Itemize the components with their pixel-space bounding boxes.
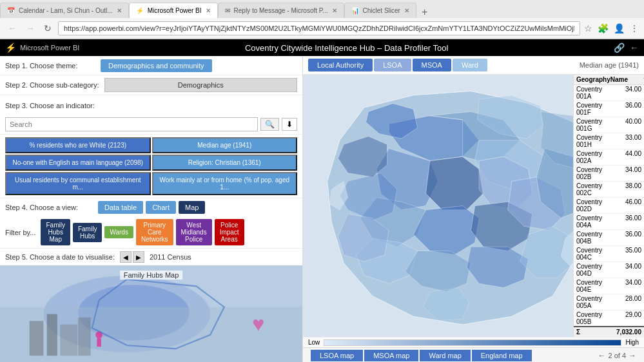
- left-map-preview[interactable]: Family Hubs Map: [0, 265, 302, 362]
- geo-tab-local-authority[interactable]: Local Authority: [308, 59, 373, 71]
- app-title-bar: ⚡ Microsoft Power BI Coventry Citywide I…: [0, 39, 644, 56]
- filter-funnel-button[interactable]: ⬇: [282, 118, 297, 131]
- big-map[interactable]: [303, 75, 573, 337]
- median-age-label: Median age (1941): [580, 61, 639, 69]
- tab-calendar[interactable]: 📅 Calendar - Lam, Si Chun - Outl... ✕: [0, 3, 129, 18]
- filter-police-impact[interactable]: PoliceImpactAreas: [215, 219, 244, 245]
- sum-symbol: Σ: [576, 329, 609, 336]
- indicator-communal[interactable]: Usual residents by communal establishmen…: [5, 172, 151, 195]
- sub-category-button[interactable]: Demographics: [104, 78, 297, 92]
- filter-label: Filter by...: [5, 229, 35, 236]
- geo-tab-lsoa[interactable]: LSOA: [374, 59, 411, 71]
- search-button[interactable]: 🔍: [260, 118, 279, 131]
- filter-west-midlands-police[interactable]: WestMidlandsPolice: [176, 219, 212, 245]
- chart-button[interactable]: Chart: [146, 201, 176, 214]
- bottom-map-buttons: LSOA map MSOA map Ward map England map: [311, 350, 532, 361]
- msoa-map-button[interactable]: MSOA map: [364, 350, 418, 361]
- filter-wards[interactable]: Wards: [104, 226, 133, 238]
- back-nav-icon[interactable]: ←: [630, 43, 639, 53]
- ward-map-button[interactable]: Ward map: [420, 350, 470, 361]
- table-row: Coventry 001F36.00: [574, 101, 644, 117]
- england-map-button[interactable]: England map: [472, 350, 532, 361]
- indicators-grid: % residents who are White (2123) Median …: [0, 135, 302, 198]
- date-prev-button[interactable]: ◀: [120, 251, 132, 263]
- page-prev-button[interactable]: ←: [598, 351, 605, 360]
- search-row: 🔍 ⬇: [0, 115, 302, 135]
- geo-tab-msoa[interactable]: MSOA: [413, 59, 451, 71]
- filter-family-hubs-map[interactable]: FamilyHubsMap: [41, 219, 70, 245]
- data-table-header: GeographyName value: [574, 75, 644, 85]
- indicator-white[interactable]: % residents who are White (2123): [5, 137, 151, 153]
- address-bar-row: ← → ↻ ☆ 🧩 👤 ⋮: [0, 18, 644, 39]
- geo-tab-ward[interactable]: Ward: [453, 59, 487, 71]
- page-nav: ← 2 of 4 →: [598, 351, 636, 360]
- indicator-work-home[interactable]: Work mainly at or from home (% of pop. a…: [152, 172, 298, 195]
- search-input[interactable]: [5, 117, 258, 131]
- back-button[interactable]: ←: [5, 22, 19, 35]
- new-tab-button[interactable]: +: [416, 6, 433, 18]
- table-row: Coventry 005B29.00: [574, 310, 644, 326]
- menu-icon[interactable]: ⋮: [630, 23, 639, 33]
- browser-icons: ☆ 🧩 👤 ⋮: [584, 23, 639, 33]
- close-tab-chiclet[interactable]: ✕: [404, 7, 409, 14]
- profile-icon[interactable]: 👤: [614, 23, 625, 33]
- indicator-religion[interactable]: Religion: Christian (1361): [152, 155, 298, 171]
- share-icon[interactable]: 🔗: [614, 43, 625, 53]
- map-button[interactable]: Map: [179, 201, 205, 214]
- date-next-button[interactable]: ▶: [133, 251, 144, 263]
- tab-reply[interactable]: ✉ Reply to Message - Microsoft P... ✕: [218, 3, 344, 18]
- close-tab-powerbi[interactable]: ✕: [206, 7, 211, 14]
- high-label: High: [625, 339, 639, 346]
- svg-rect-4: [30, 321, 44, 356]
- close-tab-reply[interactable]: ✕: [332, 7, 337, 14]
- step4-label: Step 4. Choose a view:: [5, 204, 95, 211]
- star-icon[interactable]: ☆: [584, 23, 592, 33]
- power-bi-logo: ⚡: [5, 43, 16, 53]
- browser-chrome: 📅 Calendar - Lam, Si Chun - Outl... ✕ ⚡ …: [0, 0, 644, 39]
- theme-button[interactable]: Demographics and community: [101, 59, 212, 72]
- close-tab-calendar[interactable]: ✕: [117, 7, 122, 14]
- tab-bar: 📅 Calendar - Lam, Si Chun - Outl... ✕ ⚡ …: [0, 0, 644, 18]
- table-row: Coventry 004C35.00: [574, 246, 644, 262]
- step3-label: Step 3. Choose an indicator:: [5, 102, 95, 110]
- refresh-button[interactable]: ↻: [41, 22, 54, 35]
- filter-row: Filter by... FamilyHubsMap FamilyHubs Wa…: [0, 216, 302, 248]
- table-row: Coventry 004D34.00: [574, 262, 644, 278]
- sum-value: 7,032.00: [609, 329, 641, 336]
- page-indicator: 2 of 4: [608, 352, 626, 359]
- geo-name-header: GeographyName: [576, 76, 628, 83]
- svg-rect-9: [97, 338, 101, 347]
- census-label: 2011 Census: [150, 253, 191, 261]
- tab-powerbi[interactable]: ⚡ Microsoft Power BI ✕: [129, 3, 218, 18]
- lsoa-map-button[interactable]: LSOA map: [311, 350, 363, 361]
- small-map-svg: ♥: [0, 265, 302, 362]
- table-row: Coventry 001H33.00: [574, 133, 644, 149]
- address-bar-input[interactable]: [58, 21, 580, 35]
- extensions-icon[interactable]: 🧩: [598, 23, 609, 33]
- right-panel: Local Authority LSOA MSOA Ward Median ag…: [303, 56, 644, 362]
- forward-button[interactable]: →: [23, 22, 37, 35]
- step3-label-row: Step 3. Choose an indicator:: [0, 95, 302, 115]
- data-table-body[interactable]: Coventry 001A34.00 Coventry 001F36.00 Co…: [574, 85, 644, 326]
- svg-rect-5: [47, 314, 57, 356]
- tab-chiclet[interactable]: 📊 Chiclet Slicer ✕: [344, 3, 416, 18]
- page-next-button[interactable]: →: [629, 351, 636, 360]
- geo-tabs: Local Authority LSOA MSOA Ward Median ag…: [303, 56, 644, 75]
- table-row: Coventry 004B36.00: [574, 230, 644, 246]
- indicator-english[interactable]: No-one with English as main language (20…: [5, 155, 151, 171]
- indicator-median-age[interactable]: Median age (1941): [152, 137, 298, 153]
- color-scale-bar: [324, 339, 621, 346]
- filter-family-hubs[interactable]: FamilyHubs: [73, 223, 102, 242]
- date-nav: ◀ ▶: [120, 251, 144, 263]
- value-header: value: [628, 76, 644, 83]
- table-row: Coventry 001A34.00: [574, 85, 644, 101]
- app-container: ⚡ Microsoft Power BI Coventry Citywide I…: [0, 39, 644, 362]
- table-row: Coventry 002C38.00: [574, 182, 644, 198]
- table-row: Coventry 002B34.00: [574, 166, 644, 182]
- date-row: Step 5. Choose a date to visualise: ◀ ▶ …: [0, 248, 302, 265]
- filter-primary-care[interactable]: PrimaryCareNetworks: [136, 219, 173, 245]
- app-controls: 🔗 ←: [614, 43, 639, 53]
- data-table-button[interactable]: Data table: [98, 201, 143, 214]
- coventry-map-svg: [303, 75, 573, 337]
- svg-rect-6: [60, 325, 77, 356]
